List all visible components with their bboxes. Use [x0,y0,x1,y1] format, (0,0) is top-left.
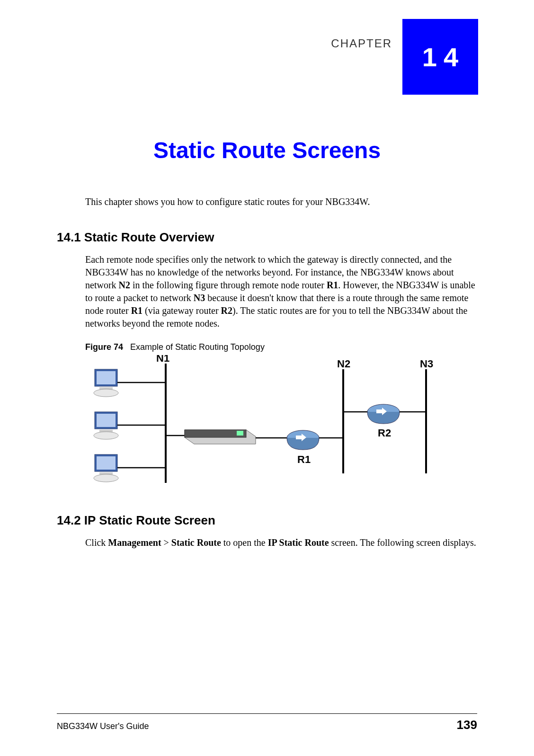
text: screen. The following screen displays. [329,537,476,548]
svg-rect-7 [97,414,116,427]
topology-diagram: N1 [85,355,477,494]
svg-point-14 [94,474,118,482]
footer-guide-title: NBG334W User's Guide [57,721,149,731]
label-r1: R1 [297,454,311,465]
gateway-device-icon [166,430,256,444]
section-1-body: Each remote node specifies only the netw… [85,253,477,330]
computer-icon [94,454,166,482]
section-2-heading: 14.2 IP Static Route Screen [57,513,477,528]
bold-static-route: Static Route [171,537,221,548]
label-n2: N2 [337,358,350,370]
figure-caption: Figure 74 Example of Static Routing Topo… [85,342,477,352]
chapter-number-box: 14 [402,19,478,95]
label-r2: R2 [378,427,391,439]
svg-rect-18 [237,431,243,436]
bold-management: Management [108,537,161,548]
text: to open the [221,537,268,548]
computer-icon [94,412,166,439]
bold-r1b: R1 [131,305,142,316]
chapter-intro: This chapter shows you how to configure … [85,196,477,207]
text: > [161,537,171,548]
footer-page-number: 139 [457,718,477,732]
section-1-heading: 14.1 Static Route Overview [57,230,477,245]
page-footer: NBG334W User's Guide 139 [57,713,477,732]
router-r2-icon: R2 [367,404,400,439]
svg-point-9 [94,432,118,439]
bold-r2: R2 [221,305,232,316]
bold-r1: R1 [327,280,338,290]
chapter-label: CHAPTER [331,37,392,50]
svg-rect-2 [97,371,116,384]
text: Click [85,537,108,548]
label-n1: N1 [156,355,169,364]
label-n3: N3 [420,358,433,370]
svg-point-4 [94,389,118,397]
chapter-title: Static Route Screens [57,137,477,163]
bold-ip-static-route: IP Static Route [268,537,329,548]
svg-rect-12 [97,456,116,470]
text: in the following figure through remote n… [130,280,327,290]
figure-number: Figure 74 [85,342,123,352]
figure-title: Example of Static Routing Topology [130,342,265,352]
text: (via gateway router [142,305,221,316]
bold-n3: N3 [194,293,205,303]
page: CHAPTER 14 Static Route Screens This cha… [0,0,534,756]
section-2-body: Click Management > Static Route to open … [85,536,477,549]
router-r1-icon: R1 [287,430,319,465]
bold-n2: N2 [119,280,130,290]
computer-icon [94,369,166,397]
